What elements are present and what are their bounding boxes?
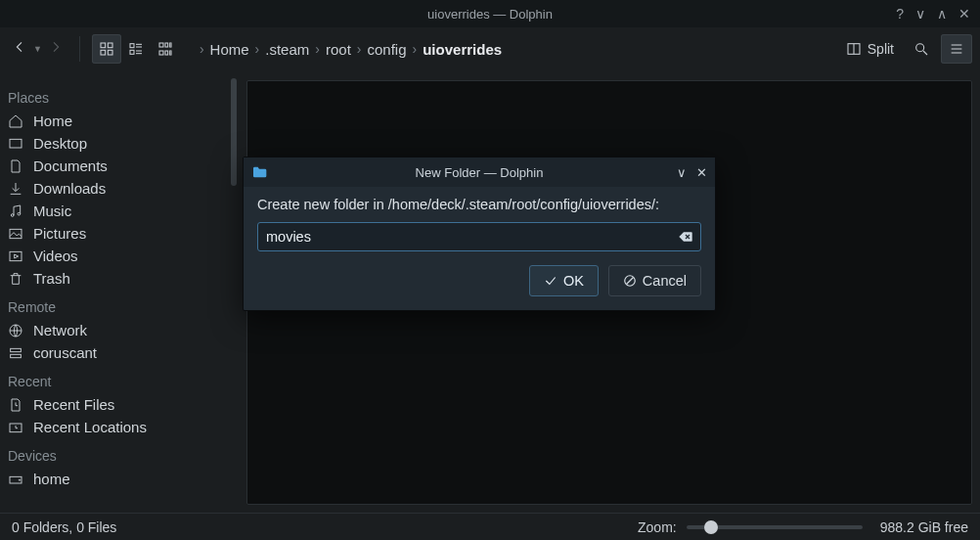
- videos-icon: [8, 248, 23, 264]
- home-icon: [8, 113, 23, 129]
- breadcrumb-item[interactable]: .steam: [265, 41, 309, 58]
- drive-icon: [8, 472, 23, 487]
- cancel-button[interactable]: Cancel: [608, 265, 701, 296]
- folder-name-input[interactable]: [257, 222, 701, 251]
- svg-rect-1: [108, 43, 112, 48]
- svg-point-18: [916, 44, 924, 52]
- zoom-slider[interactable]: [687, 525, 863, 529]
- sidebar-section-recent: Recent: [0, 364, 239, 393]
- cancel-label: Cancel: [643, 273, 687, 289]
- close-icon[interactable]: ✕: [958, 7, 970, 21]
- svg-rect-13: [159, 51, 163, 55]
- view-details-button[interactable]: [151, 34, 180, 64]
- svg-rect-10: [159, 43, 163, 47]
- breadcrumb-item-current[interactable]: uioverrides: [423, 41, 502, 58]
- scrollbar[interactable]: [231, 78, 237, 186]
- minimize-icon[interactable]: ∨: [915, 7, 925, 21]
- menu-button[interactable]: [941, 34, 972, 64]
- recent-files-icon: [8, 397, 23, 413]
- split-button[interactable]: Split: [838, 34, 902, 64]
- zoom-label: Zoom:: [638, 519, 677, 535]
- folder-icon: [251, 164, 267, 180]
- main-toolbar: ▼ › Home › .steam › root › config › uiov…: [0, 27, 980, 70]
- svg-rect-0: [101, 43, 106, 48]
- network-icon: [8, 323, 23, 338]
- breadcrumb-item[interactable]: config: [368, 41, 407, 58]
- documents-icon: [8, 158, 23, 174]
- breadcrumb-item[interactable]: Home: [210, 41, 249, 58]
- svg-rect-14: [165, 51, 168, 55]
- places-panel: Places Home Desktop Documents Downloads …: [0, 70, 239, 513]
- window-titlebar: uioverrides — Dolphin ? ∨ ∧ ✕: [0, 0, 980, 27]
- svg-rect-3: [108, 50, 112, 55]
- svg-rect-7: [130, 50, 134, 54]
- breadcrumb: › Home › .steam › root › config › uiover…: [200, 41, 502, 58]
- dialog-collapse-icon[interactable]: ∨: [677, 165, 687, 180]
- breadcrumb-item[interactable]: root: [326, 41, 351, 58]
- forward-button: [44, 35, 67, 64]
- sidebar-item-network[interactable]: Network: [0, 319, 239, 341]
- back-button[interactable]: [8, 35, 31, 64]
- trash-icon: [8, 271, 23, 287]
- svg-rect-12: [170, 43, 171, 47]
- sidebar-item-music[interactable]: Music: [0, 200, 239, 222]
- svg-rect-27: [10, 229, 22, 238]
- free-space: 988.2 GiB free: [880, 519, 968, 535]
- ok-button[interactable]: OK: [529, 265, 599, 296]
- chevron-right-icon: ›: [255, 41, 260, 57]
- sidebar-item-documents[interactable]: Documents: [0, 155, 239, 177]
- svg-rect-28: [10, 251, 22, 260]
- help-icon[interactable]: ?: [896, 7, 904, 21]
- sidebar-item-coruscant[interactable]: coruscant: [0, 341, 239, 364]
- dialog-close-icon[interactable]: ✕: [696, 165, 707, 180]
- sidebar-item-videos[interactable]: Videos: [0, 245, 239, 267]
- dialog-prompt: Create new folder in /home/deck/.steam/r…: [257, 197, 701, 212]
- dialog-titlebar: New Folder — Dolphin ∨ ✕: [244, 158, 715, 187]
- view-icons-button[interactable]: [92, 34, 121, 64]
- svg-rect-4: [130, 44, 134, 48]
- svg-rect-31: [11, 348, 22, 351]
- check-icon: [544, 274, 557, 288]
- svg-rect-32: [11, 354, 22, 357]
- separator: [79, 36, 80, 62]
- search-button[interactable]: [906, 34, 937, 64]
- sidebar-section-remote: Remote: [0, 290, 239, 319]
- sidebar-section-devices: Devices: [0, 438, 239, 468]
- recent-locations-icon: [8, 420, 23, 435]
- svg-rect-15: [170, 51, 171, 55]
- svg-line-19: [923, 51, 927, 55]
- clear-input-icon[interactable]: [678, 229, 693, 245]
- status-summary: 0 Folders, 0 Files: [12, 519, 116, 535]
- sidebar-item-home[interactable]: Home: [0, 110, 239, 132]
- sidebar-item-pictures[interactable]: Pictures: [0, 222, 239, 245]
- sidebar-item-desktop[interactable]: Desktop: [0, 132, 239, 155]
- downloads-icon: [8, 181, 23, 197]
- chevron-right-icon: ›: [200, 41, 204, 57]
- slider-thumb[interactable]: [704, 520, 718, 534]
- svg-rect-2: [101, 50, 106, 55]
- svg-point-25: [11, 213, 14, 216]
- maximize-icon[interactable]: ∧: [937, 7, 947, 21]
- music-icon: [8, 203, 23, 219]
- svg-point-26: [18, 212, 21, 215]
- server-icon: [8, 345, 23, 361]
- split-label: Split: [868, 41, 894, 57]
- back-history-dropdown[interactable]: ▼: [33, 44, 42, 54]
- svg-rect-11: [165, 43, 168, 47]
- sidebar-item-recent-locations[interactable]: Recent Locations: [0, 416, 239, 438]
- chevron-right-icon: ›: [413, 41, 418, 57]
- status-bar: 0 Folders, 0 Files Zoom: 988.2 GiB free: [0, 513, 980, 540]
- sidebar-item-device-home[interactable]: home: [0, 468, 239, 490]
- pictures-icon: [8, 226, 23, 242]
- desktop-icon: [8, 136, 23, 152]
- sidebar-section-places: Places: [0, 80, 239, 110]
- chevron-right-icon: ›: [357, 41, 362, 57]
- search-icon: [913, 41, 929, 57]
- view-compact-button[interactable]: [121, 34, 151, 64]
- ok-label: OK: [563, 273, 584, 289]
- sidebar-item-trash[interactable]: Trash: [0, 267, 239, 290]
- new-folder-dialog: New Folder — Dolphin ∨ ✕ Create new fold…: [243, 157, 716, 311]
- sidebar-item-recent-files[interactable]: Recent Files: [0, 393, 239, 416]
- sidebar-item-downloads[interactable]: Downloads: [0, 177, 239, 200]
- svg-marker-29: [15, 254, 19, 258]
